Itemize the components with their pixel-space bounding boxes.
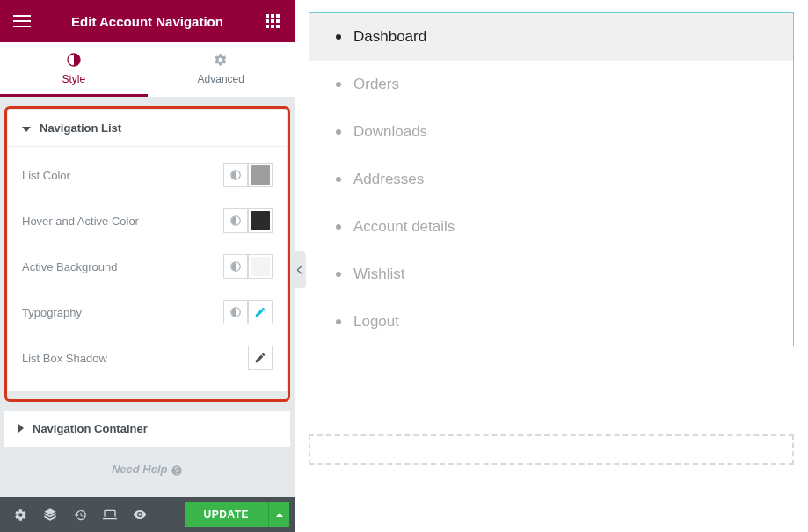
nav-item-logout[interactable]: Logout — [309, 298, 793, 346]
nav-item-wishlist[interactable]: Wishlist — [309, 251, 793, 298]
tab-advanced-label: Advanced — [148, 73, 295, 85]
color-swatch-hover-color[interactable] — [248, 208, 273, 233]
svg-rect-4 — [271, 14, 274, 18]
svg-rect-11 — [276, 25, 280, 28]
nav-item-label: Account details — [353, 218, 455, 236]
panel-rows: List Color Hover and Active Color — [8, 147, 287, 391]
svg-rect-6 — [266, 19, 269, 23]
navigator-icon[interactable] — [35, 497, 65, 532]
nav-item-label: Addresses — [353, 171, 424, 188]
nav-item-dashboard[interactable]: Dashboard — [309, 13, 793, 61]
panel-title-navigation-container: Navigation Container — [33, 422, 148, 435]
row-box-shadow: List Box Shadow — [22, 335, 273, 381]
row-typography: Typography — [22, 289, 273, 335]
global-color-button[interactable] — [223, 208, 248, 233]
preview-icon[interactable] — [125, 497, 155, 532]
bullet-icon — [336, 272, 341, 277]
need-help[interactable]: Need Help — [4, 454, 290, 485]
nav-item-label: Orders — [353, 76, 399, 93]
svg-rect-9 — [266, 25, 269, 28]
color-swatch-active-bg[interactable] — [248, 254, 273, 279]
svg-rect-5 — [276, 14, 280, 18]
responsive-icon[interactable] — [95, 497, 125, 532]
preview-pane: DashboardOrdersDownloadsAddressesAccount… — [295, 0, 808, 532]
sidebar-footer: UPDATE — [0, 497, 295, 532]
sidebar-header: Edit Account Navigation — [0, 0, 295, 42]
navigation-list: DashboardOrdersDownloadsAddressesAccount… — [309, 13, 793, 346]
svg-rect-8 — [276, 19, 280, 23]
tab-advanced[interactable]: Advanced — [148, 42, 295, 97]
label-box-shadow: List Box Shadow — [22, 352, 107, 365]
bullet-icon — [336, 129, 341, 135]
svg-rect-2 — [13, 26, 31, 27]
svg-rect-1 — [13, 20, 31, 22]
nav-item-label: Logout — [353, 313, 399, 331]
global-color-button[interactable] — [223, 163, 248, 187]
history-icon[interactable] — [65, 497, 95, 532]
panel-header-navigation-list[interactable]: Navigation List — [8, 110, 287, 147]
global-typography-button[interactable] — [223, 300, 248, 324]
svg-rect-7 — [271, 19, 274, 23]
sidebar-tabs: Style Advanced — [0, 42, 295, 98]
nav-item-label: Dashboard — [353, 28, 426, 46]
panel-navigation-container: Navigation Container — [4, 411, 290, 447]
hamburger-icon[interactable] — [11, 10, 33, 33]
label-active-background: Active Background — [22, 260, 117, 273]
bullet-icon — [336, 34, 341, 40]
sidebar-body: Navigation List List Color — [0, 98, 295, 497]
bullet-icon — [336, 82, 341, 87]
collapse-sidebar-handle[interactable] — [294, 251, 306, 288]
row-list-color: List Color — [22, 152, 273, 198]
label-list-color: List Color — [22, 169, 70, 182]
label-typography: Typography — [22, 306, 82, 319]
highlight-box: Navigation List List Color — [4, 106, 290, 402]
panel-header-navigation-container[interactable]: Navigation Container — [4, 411, 290, 447]
label-hover-active-color: Hover and Active Color — [22, 215, 139, 228]
row-hover-active-color: Hover and Active Color — [22, 198, 273, 244]
account-navigation-widget[interactable]: DashboardOrdersDownloadsAddressesAccount… — [309, 12, 794, 346]
svg-rect-10 — [271, 25, 274, 28]
caret-right-icon — [18, 422, 24, 435]
apps-grid-icon[interactable] — [261, 10, 284, 33]
edit-typography-button[interactable] — [248, 300, 273, 324]
tab-style[interactable]: Style — [0, 42, 148, 97]
svg-rect-0 — [13, 15, 31, 17]
caret-down-icon — [22, 121, 31, 135]
edit-box-shadow-button[interactable] — [248, 346, 273, 370]
panel-title-navigation-list: Navigation List — [40, 121, 121, 135]
panel-navigation-list: Navigation List List Color — [8, 110, 287, 391]
bullet-icon — [336, 177, 341, 182]
nav-item-label: Wishlist — [353, 266, 405, 283]
nav-item-downloads[interactable]: Downloads — [309, 108, 793, 156]
svg-rect-3 — [266, 14, 269, 18]
editor-sidebar: Edit Account Navigation Style Advanced N… — [0, 0, 295, 532]
sidebar-title: Edit Account Navigation — [33, 14, 261, 29]
global-color-button[interactable] — [223, 254, 248, 279]
nav-item-addresses[interactable]: Addresses — [309, 156, 793, 203]
color-swatch-list-color[interactable] — [248, 163, 273, 187]
row-active-background: Active Background — [22, 244, 273, 289]
nav-item-label: Downloads — [353, 123, 427, 141]
update-dropdown-button[interactable] — [268, 502, 289, 527]
nav-item-orders[interactable]: Orders — [309, 61, 793, 108]
nav-item-account-details[interactable]: Account details — [309, 203, 793, 251]
drop-widget-area[interactable] — [309, 434, 794, 465]
tab-style-label: Style — [0, 73, 148, 85]
update-button[interactable]: UPDATE — [185, 502, 268, 527]
settings-icon[interactable] — [5, 497, 35, 532]
bullet-icon — [336, 224, 341, 230]
bullet-icon — [336, 319, 341, 324]
